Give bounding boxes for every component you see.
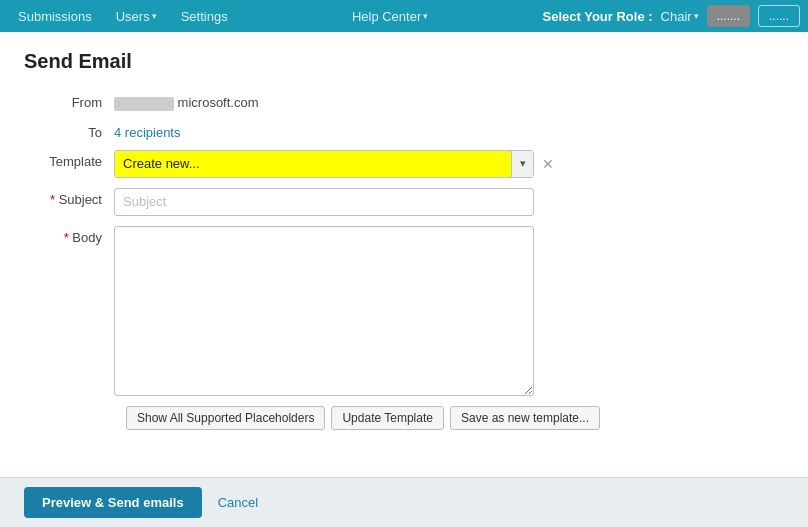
- nav-button-2[interactable]: ......: [758, 5, 800, 27]
- top-navbar: Submissions Users ▾ Settings Help Center…: [0, 0, 808, 32]
- nav-users[interactable]: Users ▾: [106, 9, 167, 24]
- from-label: From: [24, 91, 114, 110]
- help-caret-icon: ▾: [423, 11, 428, 21]
- show-placeholders-button[interactable]: Show All Supported Placeholders: [126, 406, 325, 430]
- template-select-wrapper: Create new... ▾ ✕: [114, 150, 558, 178]
- template-label: Template: [24, 150, 114, 169]
- body-row: Body: [24, 226, 784, 396]
- select-role-label: Select Your Role :: [543, 9, 653, 24]
- page-title: Send Email: [24, 50, 784, 73]
- nav-center: Help Center ▾: [238, 9, 543, 24]
- nav-settings[interactable]: Settings: [171, 9, 238, 24]
- to-label: To: [24, 121, 114, 140]
- nav-submissions[interactable]: Submissions: [8, 9, 102, 24]
- nav-help-center[interactable]: Help Center ▾: [352, 9, 428, 24]
- users-caret-icon: ▾: [152, 11, 157, 21]
- from-row: From microsoft.com: [24, 91, 784, 111]
- preview-send-button[interactable]: Preview & Send emails: [24, 487, 202, 518]
- body-textarea[interactable]: [114, 226, 534, 396]
- chair-caret-icon: ▾: [694, 11, 699, 21]
- template-row: Template Create new... ▾ ✕: [24, 150, 784, 178]
- nav-chair-dropdown[interactable]: Chair ▾: [661, 9, 699, 24]
- template-arrow-icon[interactable]: ▾: [511, 151, 533, 177]
- template-clear-icon[interactable]: ✕: [538, 156, 558, 172]
- body-label: Body: [24, 226, 114, 245]
- nav-right: Select Your Role : Chair ▾ ....... .....…: [543, 5, 801, 27]
- subject-label: Subject: [24, 188, 114, 207]
- footer-bar: Preview & Send emails Cancel: [0, 477, 808, 527]
- to-row: To 4 recipients: [24, 121, 784, 140]
- page-content: Send Email From microsoft.com To 4 recip…: [0, 32, 808, 430]
- action-buttons-row: Show All Supported Placeholders Update T…: [126, 406, 784, 430]
- template-dropdown[interactable]: Create new... ▾: [114, 150, 534, 178]
- template-selected-value: Create new...: [115, 151, 511, 177]
- recipients-link[interactable]: 4 recipients: [114, 121, 180, 140]
- from-value: microsoft.com: [114, 91, 259, 111]
- subject-row: Subject: [24, 188, 784, 216]
- nav-left: Submissions Users ▾ Settings: [8, 9, 238, 24]
- from-email-redacted: [114, 97, 174, 111]
- cancel-link[interactable]: Cancel: [218, 495, 258, 510]
- nav-button-1[interactable]: .......: [707, 5, 750, 27]
- subject-input[interactable]: [114, 188, 534, 216]
- save-as-new-template-button[interactable]: Save as new template...: [450, 406, 600, 430]
- update-template-button[interactable]: Update Template: [331, 406, 444, 430]
